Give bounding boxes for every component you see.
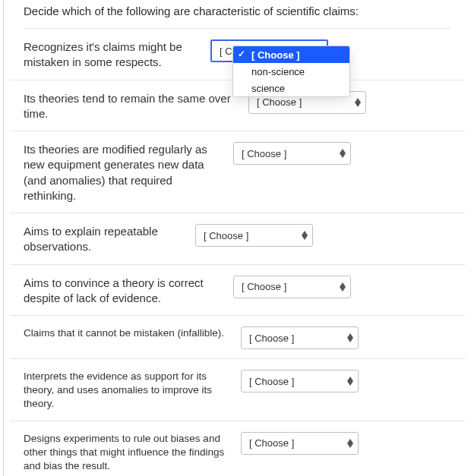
select-value: [ Choose ] [249,376,294,387]
match-row: Interprets the evidence as support for i… [10,359,465,421]
select-value: [ Choose ] [242,281,286,292]
dropdown-menu: ✓ [ Choose ] non-science science [232,46,350,97]
match-row: Aims to explain repeatable observations.… [10,213,465,265]
select-value: [ Choose ] [257,96,302,108]
updown-icon [347,439,353,448]
dropdown-option[interactable]: ✓ [ Choose ] [233,46,349,63]
updown-icon [340,282,346,292]
answer-select[interactable]: [ Choose ] [233,142,351,165]
select-value: [ Choose ] [249,437,294,449]
answer-select[interactable]: [ Choose ] [195,224,313,247]
dropdown-option[interactable]: science [233,80,349,96]
prompt-text: Aims to convince a theory is correct des… [24,276,221,307]
updown-icon [355,98,361,107]
option-label: [ Choose ] [251,49,300,61]
check-icon: ✓ [238,49,245,59]
prompt-text: Its theories are modified regularly as n… [24,142,221,203]
updown-icon [302,231,308,240]
match-row: Designs experiments to rule out biases a… [10,421,465,476]
select-value: [ Choose ] [204,230,248,241]
option-label: science [251,83,285,94]
prompt-text: Its theories tend to remain the same ove… [24,91,236,122]
prompt-text: Interprets the evidence as support for i… [24,370,229,411]
dropdown-option[interactable]: non-science [233,63,349,80]
match-row: Aims to convince a theory is correct des… [10,265,465,317]
updown-icon [340,149,346,158]
prompt-text: Recognizes it's claims might be mistaken… [24,39,198,71]
prompt-text: Claims that it cannot be mistaken (infal… [24,326,229,340]
answer-select[interactable]: [ Choose ] [233,276,351,298]
prompt-text: Aims to explain repeatable observations. [24,224,183,255]
answer-select[interactable]: [ Choose ] [241,432,359,455]
updown-icon [347,377,353,386]
updown-icon [347,333,353,342]
prompt-text: Designs experiments to rule out biases a… [24,432,229,474]
select-value: [ Choose ] [249,333,294,344]
answer-select[interactable]: [ Choose ] [241,370,359,392]
answer-select[interactable]: [ Choose ] [241,326,359,349]
option-label: non-science [251,66,305,77]
select-value: [ Choose ] [242,148,286,159]
match-row: Claims that it cannot be mistaken (infal… [10,316,465,359]
match-row: Its theories are modified regularly as n… [10,131,465,213]
question-instruction: Decide which of the following are charac… [10,5,465,28]
